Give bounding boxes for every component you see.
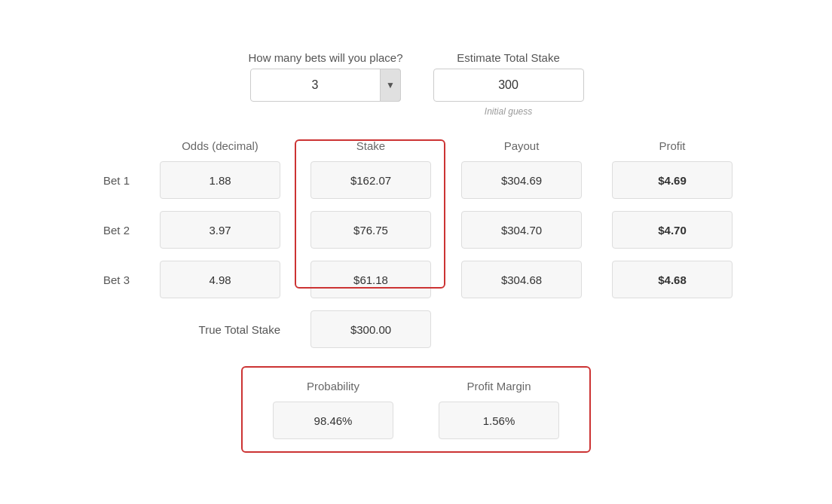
bet3-odds-cell bbox=[145, 261, 295, 298]
bet1-stake-cell bbox=[295, 161, 446, 199]
true-total-input[interactable] bbox=[310, 310, 431, 348]
bet2-payout-input[interactable] bbox=[461, 211, 582, 249]
bet1-odds-cell bbox=[145, 161, 295, 199]
bet3-odds-input[interactable] bbox=[160, 261, 280, 298]
bet2-odds-input[interactable] bbox=[160, 211, 280, 249]
bet2-label: Bet 2 bbox=[54, 224, 145, 237]
probability-value: 98.46% bbox=[273, 402, 393, 439]
bets-input-wrapper: ▼ bbox=[250, 69, 401, 102]
true-total-row: True Total Stake bbox=[54, 310, 778, 348]
bets-group: How many bets will you place? ▼ bbox=[248, 51, 402, 102]
bet2-odds-cell bbox=[145, 211, 295, 249]
bet2-stake-cell bbox=[295, 211, 446, 249]
bet3-stake-input[interactable] bbox=[310, 261, 431, 298]
bet1-odds-input[interactable] bbox=[160, 161, 280, 199]
bet3-profit-cell bbox=[597, 261, 748, 298]
probability-header: Probability bbox=[258, 380, 408, 393]
stake-input[interactable] bbox=[433, 69, 584, 102]
col-header-stake: Stake bbox=[295, 139, 446, 152]
margin-header: Profit Margin bbox=[424, 380, 574, 393]
bet-rows: Bet 1 Bet 2 bbox=[54, 161, 778, 298]
top-section: How many bets will you place? ▼ Estimate… bbox=[54, 51, 778, 117]
bet1-profit-cell bbox=[597, 161, 748, 199]
bets-input[interactable] bbox=[250, 69, 401, 102]
col-header-odds: Odds (decimal) bbox=[145, 139, 295, 152]
bet2-profit-cell bbox=[597, 211, 748, 249]
stake-group: Estimate Total Stake Initial guess bbox=[433, 51, 584, 117]
margin-value: 1.56% bbox=[439, 402, 559, 439]
bet1-stake-input[interactable] bbox=[310, 161, 431, 199]
bet3-stake-cell bbox=[295, 261, 446, 298]
bet2-profit-input[interactable] bbox=[612, 211, 733, 249]
bet3-profit-input[interactable] bbox=[612, 261, 733, 298]
bet3-payout-input[interactable] bbox=[461, 261, 582, 298]
bet1-label: Bet 1 bbox=[54, 174, 145, 187]
bet3-payout-cell bbox=[446, 261, 597, 298]
col-header-payout: Payout bbox=[446, 139, 597, 152]
probability-cell: 98.46% bbox=[258, 402, 408, 439]
dropdown-arrow-icon[interactable]: ▼ bbox=[380, 69, 401, 102]
col-header-0 bbox=[54, 139, 145, 152]
bet2-stake-input[interactable] bbox=[310, 211, 431, 249]
bet1-payout-cell bbox=[446, 161, 597, 199]
true-total-label: True Total Stake bbox=[54, 323, 295, 336]
margin-cell: 1.56% bbox=[424, 402, 574, 439]
bet3-label: Bet 3 bbox=[54, 273, 145, 286]
true-total-cell bbox=[295, 310, 446, 348]
bet2-payout-cell bbox=[446, 211, 597, 249]
table-row: Bet 2 bbox=[54, 211, 778, 249]
stats-box: Probability Profit Margin 98.46% 1.56% bbox=[241, 366, 591, 453]
bet1-payout-input[interactable] bbox=[461, 161, 582, 199]
main-container: How many bets will you place? ▼ Estimate… bbox=[39, 29, 793, 475]
table-row: Bet 3 bbox=[54, 261, 778, 298]
table-section: Odds (decimal) Stake Payout Profit Bet 1 bbox=[54, 139, 778, 348]
bets-label: How many bets will you place? bbox=[248, 51, 402, 64]
stake-label: Estimate Total Stake bbox=[457, 51, 559, 64]
bottom-stats: Probability Profit Margin 98.46% 1.56% bbox=[54, 366, 778, 453]
initial-guess-label: Initial guess bbox=[485, 106, 532, 117]
table-row: Bet 1 bbox=[54, 161, 778, 199]
bet1-profit-input[interactable] bbox=[612, 161, 733, 199]
col-header-profit: Profit bbox=[597, 139, 748, 152]
column-headers: Odds (decimal) Stake Payout Profit bbox=[54, 139, 778, 152]
